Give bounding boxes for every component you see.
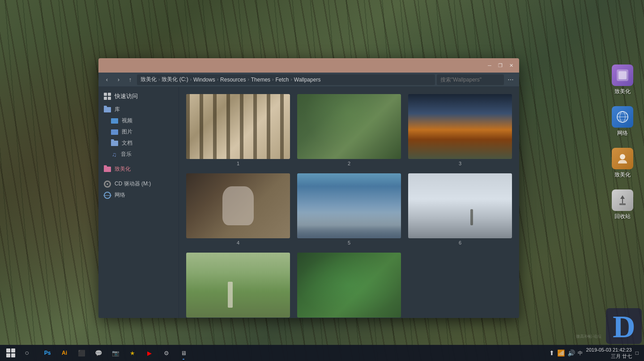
photo-item-4[interactable]: 4 bbox=[186, 173, 290, 245]
volume-icon[interactable]: 🔊 bbox=[567, 349, 575, 357]
sidebar-item-music[interactable]: ♫ 音乐 bbox=[98, 149, 179, 160]
zhimeihua-app-icon-1 bbox=[612, 64, 633, 86]
music-label: 音乐 bbox=[121, 150, 132, 158]
sidebar-item-network[interactable]: 网络 bbox=[98, 189, 179, 201]
breadcrumb-item-1[interactable]: 致美化 bbox=[141, 76, 157, 83]
tray-icon-1[interactable]: ⬆ bbox=[549, 349, 554, 357]
restore-button[interactable]: ❐ bbox=[496, 61, 505, 70]
photo-item-5[interactable]: 5 bbox=[297, 173, 401, 245]
photo-item-7[interactable]: 7 bbox=[186, 253, 290, 318]
desktop-icon-label-network: 网络 bbox=[617, 129, 628, 137]
desktop-icon-recycle[interactable]: 回收站 bbox=[610, 188, 635, 222]
taskbar-app-monitor[interactable]: 🖥 bbox=[175, 346, 192, 360]
forward-icon: › bbox=[118, 76, 119, 83]
photo-thumbnail-8[interactable] bbox=[297, 253, 401, 318]
photoshop-icon: Ps bbox=[44, 350, 51, 356]
media-icon: ⬛ bbox=[78, 350, 85, 357]
taskbar-app-camera[interactable]: 📷 bbox=[107, 346, 124, 360]
photo-thumbnail-4[interactable] bbox=[186, 173, 290, 238]
star-icon: ★ bbox=[130, 350, 135, 357]
taskbar-app-illustrator[interactable]: Ai bbox=[56, 346, 73, 360]
taskbar-app-youtube[interactable]: ▶ bbox=[141, 346, 158, 360]
photo-label: 图片 bbox=[122, 128, 132, 136]
sidebar-item-quick-access[interactable]: 快速访问 bbox=[98, 90, 179, 102]
breadcrumb-item-7[interactable]: Wallpapers bbox=[294, 77, 321, 83]
back-button[interactable]: ‹ bbox=[102, 75, 112, 85]
breadcrumb-sep-2: › bbox=[190, 77, 192, 82]
language-indicator[interactable]: 中 bbox=[578, 350, 583, 357]
forward-button[interactable]: › bbox=[114, 75, 124, 85]
more-button[interactable]: ··· bbox=[506, 75, 516, 85]
sidebar-sep-2 bbox=[98, 175, 179, 178]
desktop-icon-zhimeihua-1[interactable]: 致美化 bbox=[610, 63, 635, 97]
desktop-icon-label-zhimeihua-1: 致美化 bbox=[614, 88, 631, 95]
notification-icon[interactable]: □ bbox=[635, 350, 639, 356]
photo-item-6[interactable]: 6 bbox=[408, 173, 512, 245]
photo-item-3[interactable]: 3 bbox=[408, 94, 512, 166]
sidebar-sep-1 bbox=[98, 160, 179, 163]
network-tray-icon[interactable]: 📶 bbox=[557, 349, 565, 357]
taskbar-app-chat[interactable]: 💬 bbox=[90, 346, 107, 360]
search-input[interactable] bbox=[437, 74, 504, 85]
taskbar-app-media[interactable]: ⬛ bbox=[73, 346, 90, 360]
explorer-body: 快速访问 库 视频 图片 文档 ♫ 音乐 bbox=[98, 87, 519, 318]
zhimeihua-folder-icon bbox=[104, 167, 111, 172]
sidebar-item-library[interactable]: 库 bbox=[98, 104, 179, 115]
breadcrumb-sep-1: › bbox=[158, 77, 160, 82]
breadcrumb: 致美化 › 致美化 (C:) › Windows › Resources › T… bbox=[137, 74, 435, 85]
up-button[interactable]: ↑ bbox=[125, 75, 135, 85]
sidebar: 快速访问 库 视频 图片 文档 ♫ 音乐 bbox=[98, 87, 179, 318]
grid-icon bbox=[104, 93, 111, 100]
monitor-icon: 🖥 bbox=[181, 350, 187, 357]
toolbar: ‹ › ↑ 致美化 › 致美化 (C:) › Windows › Resourc… bbox=[98, 73, 519, 87]
minimize-icon: ─ bbox=[488, 63, 491, 68]
close-button[interactable]: ✕ bbox=[507, 61, 516, 70]
svg-point-7 bbox=[620, 154, 625, 159]
svg-rect-8 bbox=[619, 203, 626, 205]
photo-number-6: 6 bbox=[408, 240, 512, 245]
photo-thumbnail-6[interactable] bbox=[408, 173, 512, 238]
taskbar-app-star[interactable]: ★ bbox=[124, 346, 141, 360]
sidebar-item-doc[interactable]: 文档 bbox=[98, 138, 179, 149]
video-folder-icon bbox=[111, 118, 118, 124]
taskbar-search-button[interactable]: ○ bbox=[20, 346, 34, 360]
taskbar-apps: Ps Ai ⬛ 💬 📷 ★ ▶ ⚙ 🖥 bbox=[36, 346, 547, 360]
restore-icon: ❐ bbox=[498, 63, 503, 69]
photo-thumbnail-1[interactable] bbox=[186, 94, 290, 159]
svg-rect-1 bbox=[618, 71, 627, 79]
breadcrumb-item-3[interactable]: Windows bbox=[193, 77, 215, 83]
breadcrumb-item-6[interactable]: Fetch bbox=[275, 77, 289, 83]
breadcrumb-sep-4: › bbox=[247, 77, 249, 82]
network-app-icon bbox=[612, 106, 633, 128]
photo-item-2[interactable]: 2 bbox=[297, 94, 401, 166]
illustrator-icon: Ai bbox=[62, 350, 67, 356]
desktop-icon-zhimeihua-2[interactable]: 致美化 bbox=[610, 146, 635, 180]
library-folder-icon bbox=[104, 107, 111, 112]
photo-item-1[interactable]: 1 bbox=[186, 94, 290, 166]
video-label: 视频 bbox=[122, 117, 132, 125]
photo-thumbnail-7[interactable] bbox=[186, 253, 290, 318]
start-button[interactable] bbox=[4, 346, 18, 360]
breadcrumb-item-4[interactable]: Resources bbox=[220, 77, 246, 83]
sidebar-item-zhimeihua[interactable]: 致美化 bbox=[98, 163, 179, 175]
minimize-button[interactable]: ─ bbox=[485, 61, 494, 70]
doc-label: 文档 bbox=[122, 139, 132, 147]
sidebar-item-video[interactable]: 视频 bbox=[98, 115, 179, 126]
photo-thumbnail-2[interactable] bbox=[297, 94, 401, 159]
photo-thumbnail-5[interactable] bbox=[297, 173, 401, 238]
breadcrumb-item-2[interactable]: 致美化 (C:) bbox=[162, 76, 188, 83]
clock-date-cn: 三月 廿七 bbox=[586, 353, 632, 359]
breadcrumb-item-5[interactable]: Themes bbox=[251, 77, 270, 83]
desktop-icon-network[interactable]: 网络 bbox=[610, 104, 635, 139]
photo-thumbnail-3[interactable] bbox=[408, 94, 512, 159]
photo-number-4: 4 bbox=[186, 240, 290, 245]
taskbar-clock[interactable]: 2019-05-03 21:42:23 三月 廿七 bbox=[586, 347, 632, 360]
taskbar-app-settings[interactable]: ⚙ bbox=[158, 346, 175, 360]
sidebar-item-photo[interactable]: 图片 bbox=[98, 126, 179, 138]
photo-item-8[interactable]: 8 bbox=[297, 253, 401, 318]
sidebar-item-cd-drive[interactable]: CD 驱动器 (M:) bbox=[98, 178, 179, 189]
breadcrumb-sep-5: › bbox=[272, 77, 273, 82]
taskbar-app-photoshop[interactable]: Ps bbox=[39, 346, 55, 360]
content-area[interactable]: 1 2 3 4 5 bbox=[179, 87, 519, 318]
photo-folder-icon bbox=[111, 129, 118, 135]
